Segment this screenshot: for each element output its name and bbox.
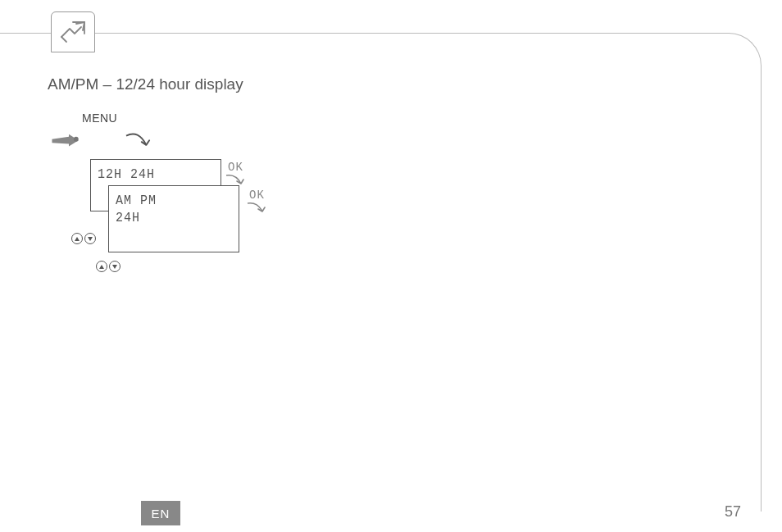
menu-label: MENU: [82, 111, 117, 125]
pointing-hand-icon: [51, 130, 87, 153]
lcd-line: 12H 24H: [98, 165, 214, 184]
svg-point-0: [74, 137, 79, 142]
ok-arrow-icon-2: [244, 200, 271, 220]
language-badge: EN: [141, 501, 180, 525]
page-number: 57: [725, 503, 741, 521]
up-button-icon: [71, 233, 83, 244]
up-button-icon: [96, 261, 107, 272]
lcd-screen-2: AM PM 24H: [108, 185, 239, 252]
up-down-buttons-1: [70, 233, 97, 244]
section-heading: AM/PM – 12/24 hour display: [48, 75, 243, 93]
curve-arrow-icon: [123, 131, 154, 156]
hand-page-icon: [57, 17, 89, 47]
down-button-icon: [84, 233, 96, 244]
hand-tab-icon: [51, 11, 95, 52]
lcd-line: 24H: [116, 208, 232, 228]
up-down-buttons-2: [95, 261, 121, 272]
menu-diagram: MENU 12H 24H OK AM PM 24H OK: [48, 107, 293, 279]
down-button-icon: [109, 261, 120, 272]
